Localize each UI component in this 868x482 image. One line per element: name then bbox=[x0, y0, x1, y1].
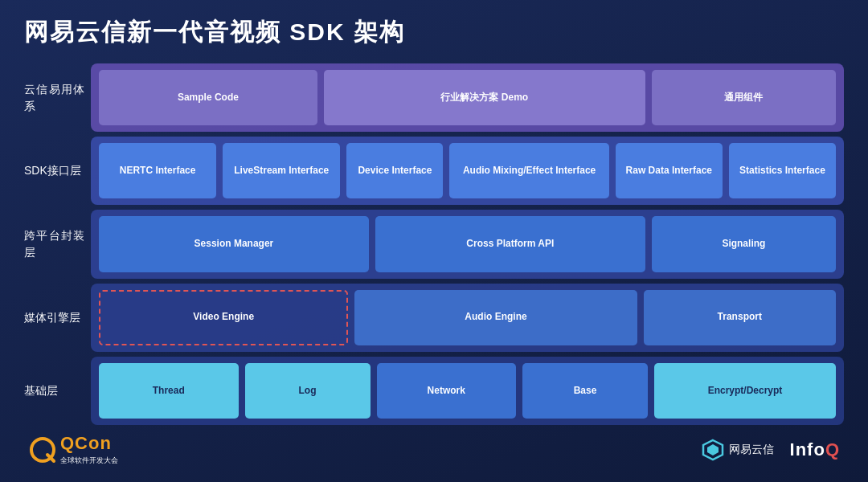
layer-row-base: 基础层ThreadLogNetworkBaseEncrypt/Decrypt bbox=[24, 357, 844, 425]
chip-transport: Transport bbox=[644, 290, 836, 345]
layer-content-cross: Session ManagerCross Platform APISignali… bbox=[91, 210, 844, 278]
chip-signaling: Signaling bbox=[652, 216, 836, 272]
chip-audio-engine: Audio Engine bbox=[354, 290, 637, 345]
layer-content-yixin: Sample Code行业解决方案 Demo通用组件 bbox=[91, 63, 844, 132]
layer-content-sdk: NERTC InterfaceLiveStream InterfaceDevic… bbox=[91, 137, 844, 205]
chip-audio-mixing-interface: Audio Mixing/Effect Interface bbox=[449, 143, 608, 198]
chip-cross-platform-api: Cross Platform API bbox=[375, 216, 645, 272]
layer-label-cross: 跨平台封装层 bbox=[24, 227, 84, 261]
qcon-main-text: QCon bbox=[60, 433, 118, 454]
footer-right: 网易云信 InfoQ bbox=[702, 439, 840, 461]
chip-session-manager: Session Manager bbox=[99, 216, 369, 272]
infoq-q: Q bbox=[825, 439, 840, 460]
chip-statistics-interface: Statistics Interface bbox=[729, 143, 836, 198]
chip-industry-demo: 行业解决方案 Demo bbox=[324, 70, 645, 125]
layer-row-media: 媒体引擎层Video EngineAudio EngineTransport bbox=[24, 284, 844, 352]
chip-nertc-interface: NERTC Interface bbox=[99, 143, 216, 198]
chip-livestream-interface: LiveStream Interface bbox=[223, 143, 340, 198]
chip-network: Network bbox=[377, 363, 517, 419]
layer-label-base: 基础层 bbox=[24, 382, 84, 399]
netease-logo: 网易云信 bbox=[702, 439, 774, 461]
layer-content-base: ThreadLogNetworkBaseEncrypt/Decrypt bbox=[91, 357, 844, 425]
chip-thread: Thread bbox=[99, 363, 239, 419]
chip-video-engine: Video Engine bbox=[99, 290, 348, 345]
svg-marker-3 bbox=[707, 444, 719, 455]
architecture-grid: 云信易用体系Sample Code行业解决方案 Demo通用组件SDK接口层NE… bbox=[24, 63, 844, 425]
chip-device-interface: Device Interface bbox=[346, 143, 443, 198]
page-title: 网易云信新一代音视频 SDK 架构 bbox=[24, 16, 844, 49]
footer-left: QCon 全球软件开发大会 bbox=[28, 433, 118, 466]
layer-content-media: Video EngineAudio EngineTransport bbox=[91, 284, 844, 352]
footer: QCon 全球软件开发大会 网易云信 InfoQ bbox=[24, 433, 844, 466]
chip-base: Base bbox=[522, 363, 648, 419]
chip-raw-data-interface: Raw Data Interface bbox=[616, 143, 723, 198]
layer-row-cross: 跨平台封装层Session ManagerCross Platform APIS… bbox=[24, 210, 844, 278]
main-container: 网易云信新一代音视频 SDK 架构 云信易用体系Sample Code行业解决方… bbox=[0, 0, 868, 482]
chip-encrypt-decrypt: Encrypt/Decrypt bbox=[654, 363, 836, 419]
chip-log: Log bbox=[245, 363, 371, 419]
qcon-logo: QCon 全球软件开发大会 bbox=[28, 433, 118, 466]
netease-name: 网易云信 bbox=[729, 443, 774, 457]
chip-common-comp: 通用组件 bbox=[652, 70, 836, 125]
layer-label-media: 媒体引擎层 bbox=[24, 309, 84, 326]
layer-row-yixin: 云信易用体系Sample Code行业解决方案 Demo通用组件 bbox=[24, 63, 844, 132]
infoq-text: InfoQ bbox=[790, 439, 840, 460]
netease-icon bbox=[702, 439, 724, 461]
qcon-icon bbox=[28, 435, 57, 464]
qcon-sub-text: 全球软件开发大会 bbox=[60, 455, 118, 466]
layer-label-sdk: SDK接口层 bbox=[24, 162, 84, 179]
chip-sample-code: Sample Code bbox=[99, 70, 317, 125]
layer-label-yixin: 云信易用体系 bbox=[24, 81, 84, 115]
layer-row-sdk: SDK接口层NERTC InterfaceLiveStream Interfac… bbox=[24, 137, 844, 205]
